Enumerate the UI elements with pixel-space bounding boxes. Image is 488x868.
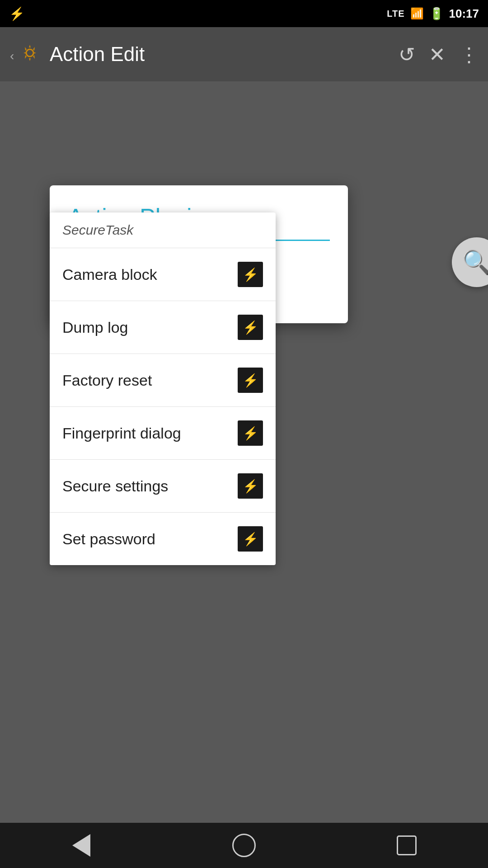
list-item[interactable]: Secure settings <box>50 459 276 512</box>
dropdown-list: SecureTask Camera block Dump log Factory… <box>50 212 276 565</box>
menu-button[interactable]: ⋮ <box>459 43 479 66</box>
list-item[interactable]: Set password <box>50 512 276 565</box>
header-bar: ‹ Action Edit ↺ ✕ ⋮ <box>0 27 488 81</box>
item-label-camera-block: Camera block <box>62 266 157 283</box>
search-icon: 🔍 <box>462 249 488 276</box>
item-icon-set-password <box>238 526 263 552</box>
flash-icon-status: ⚡ <box>9 0 25 27</box>
main-background: Action Plugin SecureTask 🔍 SecureTask Ca… <box>0 81 488 823</box>
list-item[interactable]: Fingerprint dialog <box>50 406 276 459</box>
home-button[interactable] <box>221 832 267 859</box>
flash-icon: ⚡ <box>9 6 25 21</box>
recents-icon <box>397 835 417 855</box>
list-item[interactable]: Factory reset <box>50 354 276 406</box>
item-icon-fingerprint-dialog <box>238 420 263 446</box>
search-button[interactable]: 🔍 <box>452 237 488 287</box>
item-label-set-password: Set password <box>62 530 155 548</box>
status-bar: ⚡ LTE 📶 🔋 10:17 <box>0 0 488 27</box>
svg-text:‹: ‹ <box>10 49 14 63</box>
battery-icon: 🔋 <box>429 7 444 21</box>
item-icon-camera-block <box>238 262 263 287</box>
status-right: LTE 📶 🔋 10:17 <box>387 7 479 21</box>
item-label-factory-reset: Factory reset <box>62 372 152 389</box>
back-icon <box>72 834 90 857</box>
svg-point-1 <box>26 49 33 57</box>
list-item[interactable]: Dump log <box>50 301 276 354</box>
item-icon-dump-log <box>238 315 263 340</box>
item-label-dump-log: Dump log <box>62 319 128 336</box>
list-item[interactable]: Camera block <box>50 248 276 301</box>
item-icon-factory-reset <box>238 368 263 393</box>
page-title: Action Edit <box>50 43 389 66</box>
dropdown-header: SecureTask <box>50 212 276 248</box>
refresh-button[interactable]: ↺ <box>399 43 415 66</box>
recents-button[interactable] <box>384 832 429 859</box>
item-icon-secure-settings <box>238 473 263 499</box>
clock: 10:17 <box>449 7 479 21</box>
item-label-fingerprint-dialog: Fingerprint dialog <box>62 425 181 442</box>
gear-icon: ‹ <box>9 38 41 70</box>
signal-icon: 📶 <box>410 7 424 20</box>
back-button[interactable] <box>59 832 104 859</box>
home-icon <box>232 834 256 857</box>
lte-badge: LTE <box>387 9 404 19</box>
bottom-nav <box>0 823 488 868</box>
item-label-secure-settings: Secure settings <box>62 477 168 495</box>
header-actions: ↺ ✕ ⋮ <box>399 43 479 66</box>
close-button[interactable]: ✕ <box>429 43 446 66</box>
app-icon: ‹ <box>9 38 41 70</box>
